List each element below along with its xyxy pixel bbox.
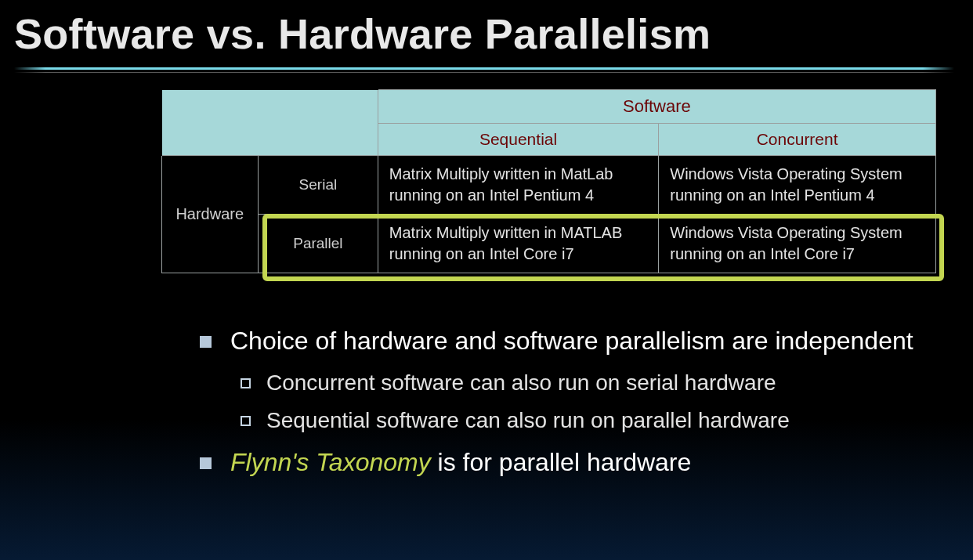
table-row-header-hardware: Hardware: [161, 155, 258, 273]
bullet-1a: Concurrent software can also run on seri…: [241, 368, 944, 398]
square-bullet-icon: [200, 336, 212, 348]
hollow-square-bullet-icon: [241, 378, 251, 388]
bullet-1b: Sequential software can also run on para…: [241, 406, 944, 435]
hollow-square-bullet-icon: [241, 416, 251, 426]
table-header-concurrent: Concurrent: [659, 123, 936, 155]
comparison-table: Software Sequential Concurrent Hardware …: [161, 89, 936, 273]
table-cell-serial-concurrent: Windows Vista Operating System running o…: [659, 155, 936, 214]
table-cell-parallel-sequential: Matrix Multiply written in MATLAB runnin…: [378, 214, 658, 273]
bullet-1b-text: Sequential software can also run on para…: [266, 406, 790, 435]
title-block: Software vs. Hardware Parallelism: [0, 0, 973, 73]
bullet-1-text: Choice of hardware and software parallel…: [230, 325, 913, 357]
bullet-2-emphasis: Flynn's Taxonomy: [230, 448, 431, 476]
bullet-2: Flynn's Taxonomy is for parallel hardwar…: [200, 446, 944, 479]
bullet-2-text: Flynn's Taxonomy is for parallel hardwar…: [230, 446, 691, 479]
table-subheader-serial: Serial: [258, 155, 378, 214]
bullet-2-rest: is for parallel hardware: [431, 448, 692, 476]
table-cell-parallel-concurrent: Windows Vista Operating System running o…: [659, 214, 936, 273]
table-header-sequential: Sequential: [378, 123, 658, 155]
table-header-software: Software: [378, 89, 935, 123]
table-corner-empty: [161, 89, 378, 155]
bullet-list: Choice of hardware and software parallel…: [200, 325, 944, 490]
title-underline: [14, 67, 973, 73]
table-cell-serial-sequential: Matrix Multiply written in MatLab runnin…: [378, 155, 658, 214]
square-bullet-icon: [200, 457, 212, 469]
bullet-1: Choice of hardware and software parallel…: [200, 325, 944, 357]
table-subheader-parallel: Parallel: [258, 214, 378, 273]
bullet-1a-text: Concurrent software can also run on seri…: [266, 368, 776, 398]
comparison-table-wrap: Software Sequential Concurrent Hardware …: [161, 89, 936, 273]
slide-title: Software vs. Hardware Parallelism: [14, 9, 973, 58]
slide: Software vs. Hardware Parallelism Softwa…: [0, 0, 973, 560]
